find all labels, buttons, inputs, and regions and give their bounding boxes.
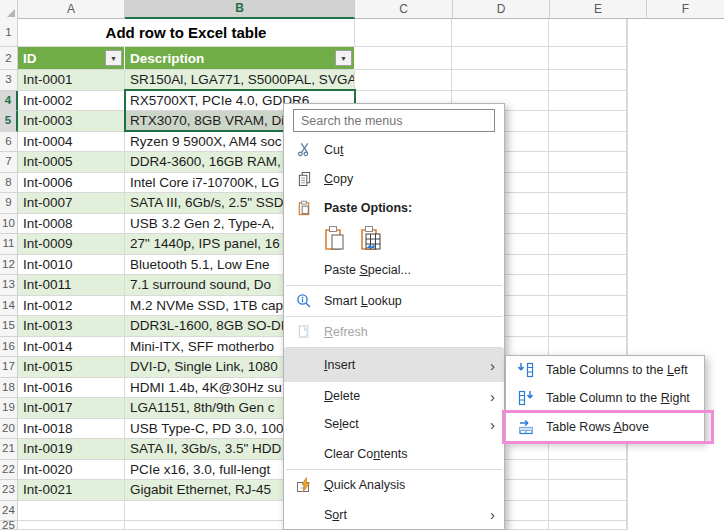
cell-undefined4[interactable] [627, 91, 628, 112]
menu-item-cut[interactable]: Cut [284, 135, 504, 164]
menu-item-clear-contents[interactable]: Clear Contents [284, 438, 504, 469]
row-header-7[interactable]: 7 [0, 152, 18, 173]
cell-A4[interactable]: Int-0002 [18, 91, 125, 112]
cell-F16[interactable] [549, 337, 627, 358]
cell-D3[interactable] [355, 70, 452, 91]
menu-item-select[interactable]: Select › [284, 410, 504, 438]
cell-A18[interactable]: Int-0016 [18, 378, 125, 399]
column-header-D[interactable]: D [453, 0, 550, 19]
cell-undefined6[interactable] [627, 132, 628, 153]
cell-undefined5[interactable] [627, 111, 628, 132]
cell-undefined22[interactable] [627, 460, 628, 481]
row-header-11[interactable]: 11 [0, 234, 18, 255]
column-header-A[interactable]: A [18, 0, 125, 19]
cell-F9[interactable] [549, 193, 627, 214]
select-all-button[interactable] [0, 0, 18, 19]
cell-F8[interactable] [549, 173, 627, 194]
row-header-17[interactable]: 17 [0, 357, 18, 378]
cell-F14[interactable] [549, 296, 627, 317]
submenu-item-table-rows-above[interactable]: Table Rows Above [506, 413, 704, 441]
cell-A9[interactable]: Int-0007 [18, 193, 125, 214]
cell-undefined1[interactable] [627, 19, 628, 47]
cell-F24[interactable] [549, 501, 627, 522]
cell-F7[interactable] [549, 152, 627, 173]
row-header-24[interactable]: 24 [0, 501, 18, 522]
row-header-4[interactable]: 4 [0, 91, 18, 112]
cell-F3[interactable] [549, 70, 627, 91]
row-header-10[interactable]: 10 [0, 214, 18, 235]
filter-dropdown-id[interactable]: ▼ [105, 50, 122, 66]
cell-F2[interactable] [549, 47, 627, 70]
search-input[interactable] [293, 109, 495, 132]
column-header-F[interactable]: F [647, 0, 724, 19]
cell-D2[interactable] [355, 47, 452, 70]
cell-F13[interactable] [549, 275, 627, 296]
row-header-21[interactable]: 21 [0, 439, 18, 460]
row-header-20[interactable]: 20 [0, 419, 18, 440]
cell-F6[interactable] [549, 132, 627, 153]
row-header-22[interactable]: 22 [0, 460, 18, 481]
cell-A23[interactable]: Int-0021 [18, 480, 125, 501]
paste-formatting-icon[interactable] [358, 224, 384, 252]
row-header-9[interactable]: 9 [0, 193, 18, 214]
cell-undefined15[interactable] [627, 316, 628, 337]
row-header-13[interactable]: 13 [0, 275, 18, 296]
row-header-12[interactable]: 12 [0, 255, 18, 276]
submenu-item-table-columns-left[interactable]: Table Columns to the Left [506, 356, 704, 384]
row-header-15[interactable]: 15 [0, 316, 18, 337]
cell-A8[interactable]: Int-0006 [18, 173, 125, 194]
cell-A12[interactable]: Int-0010 [18, 255, 125, 276]
filter-dropdown-description[interactable]: ▼ [335, 50, 352, 66]
cell-undefined23[interactable] [627, 480, 628, 501]
menu-item-quick-analysis[interactable]: Quick Analysis [284, 470, 504, 500]
cell-undefined7[interactable] [627, 152, 628, 173]
menu-item-insert[interactable]: Insert › [284, 348, 504, 382]
cell-E2[interactable] [452, 47, 549, 70]
cell-undefined12[interactable] [627, 255, 628, 276]
column-header-B[interactable]: B [125, 0, 355, 19]
cell-F23[interactable] [549, 480, 627, 501]
cell-undefined16[interactable] [627, 337, 628, 358]
cell-F22[interactable] [549, 460, 627, 481]
menu-item-delete[interactable]: Delete › [284, 382, 504, 410]
cell-A5[interactable]: Int-0003 [18, 111, 125, 132]
row-header-23[interactable]: 23 [0, 480, 18, 501]
cell-undefined11[interactable] [627, 234, 628, 255]
row-header-8[interactable]: 8 [0, 173, 18, 194]
menu-item-paste-special[interactable]: Paste Special... [284, 254, 504, 285]
cell-undefined21[interactable] [627, 439, 628, 460]
cell-undefined9[interactable] [627, 193, 628, 214]
cell-undefined8[interactable] [627, 173, 628, 194]
cell-A14[interactable]: Int-0012 [18, 296, 125, 317]
table-header-description[interactable]: Description▼ [125, 47, 355, 70]
cell-A21[interactable]: Int-0019 [18, 439, 125, 460]
row-header-6[interactable]: 6 [0, 132, 18, 153]
column-header-C[interactable]: C [355, 0, 453, 19]
cell-A16[interactable]: Int-0014 [18, 337, 125, 358]
cell-A22[interactable]: Int-0020 [18, 460, 125, 481]
row-header-25[interactable]: 25 [0, 521, 18, 530]
submenu-item-table-column-right[interactable]: Table Column to the Right [506, 384, 704, 412]
cell-F10[interactable] [549, 214, 627, 235]
cell-A15[interactable]: Int-0013 [18, 316, 125, 337]
cell-A11[interactable]: Int-0009 [18, 234, 125, 255]
row-header-5[interactable]: 5 [0, 111, 18, 132]
cell-E3[interactable] [452, 70, 549, 91]
row-header-3[interactable]: 3 [0, 70, 18, 91]
row-header-14[interactable]: 14 [0, 296, 18, 317]
menu-item-sort[interactable]: Sort › [284, 500, 504, 529]
cell-A25[interactable] [18, 521, 125, 530]
cell-F25[interactable] [549, 521, 627, 530]
cell-F5[interactable] [549, 111, 627, 132]
cell-A6[interactable]: Int-0004 [18, 132, 125, 153]
cell-A3[interactable]: Int-0001 [18, 70, 125, 91]
table-header-id[interactable]: ID▼ [18, 47, 125, 70]
row-header-16[interactable]: 16 [0, 337, 18, 358]
cell-undefined3[interactable] [627, 70, 628, 91]
column-header-E[interactable]: E [550, 0, 647, 19]
cell-F15[interactable] [549, 316, 627, 337]
cell-undefined14[interactable] [627, 296, 628, 317]
cell-A24[interactable] [18, 501, 125, 522]
paste-icon[interactable] [322, 224, 348, 252]
cell-undefined24[interactable] [627, 501, 628, 522]
